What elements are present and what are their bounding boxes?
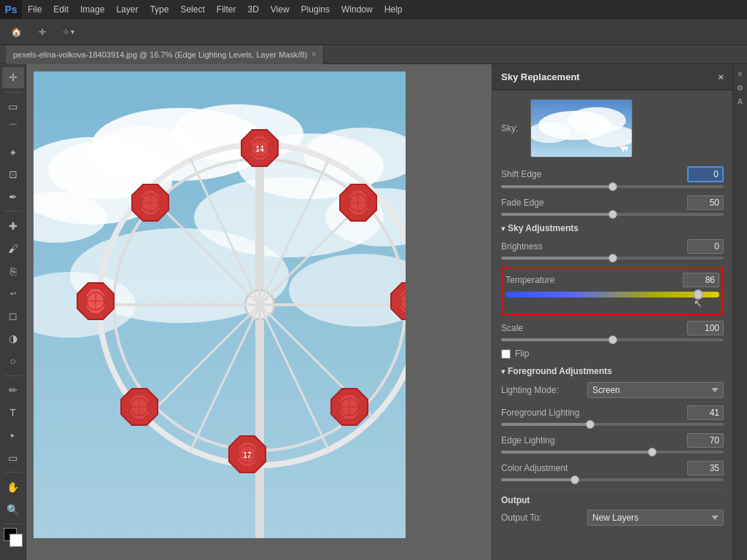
fg-lighting-thumb[interactable]	[586, 420, 595, 429]
output-label: Output	[501, 495, 724, 505]
menu-filter[interactable]: Filter	[211, 0, 242, 19]
shift-edge-slider[interactable]	[501, 185, 724, 188]
left-toolbar: ✛ ▭ ⌒ ◈ ⊡ ✒ ✚ 🖌 ⎘ ↩ ◻ ◑ ○ ✏ T ▸ ▭ ✋ 🔍	[0, 64, 26, 560]
lighting-mode-select[interactable]: Screen Multiply Luminosity	[587, 382, 724, 398]
move-tool-left[interactable]: ✛	[2, 67, 24, 88]
brightness-slider[interactable]	[501, 257, 724, 260]
output-to-row: Output To: New Layers Duplicate Layer	[501, 510, 724, 526]
eyedropper-tool[interactable]: ✒	[2, 187, 24, 208]
temperature-input[interactable]	[683, 273, 719, 287]
color-adjustment-input[interactable]	[687, 461, 724, 475]
document-tab[interactable]: pexels-elina-volkova-18403914.jpg @ 16.7…	[6, 45, 324, 64]
menu-type[interactable]: Type	[144, 0, 174, 19]
brightness-input[interactable]	[687, 239, 724, 254]
fade-edge-slider[interactable]	[501, 213, 724, 216]
edge-lighting-label-row: Edge Lighting	[501, 433, 724, 448]
scale-slider[interactable]	[501, 338, 724, 341]
menu-file[interactable]: File	[22, 0, 47, 19]
svg-text:▾: ▾	[620, 142, 626, 155]
temperature-label-row: Temperature	[506, 273, 719, 287]
edge-lighting-slider[interactable]	[501, 451, 724, 454]
foreground-adjustments-header[interactable]: ▾ Foreground Adjustments	[501, 366, 724, 376]
fg-lighting-slider[interactable]	[501, 423, 724, 426]
sky-adjustments-header[interactable]: ▾ Sky Adjustments	[501, 223, 724, 233]
pen-tool[interactable]: ✏	[2, 380, 24, 401]
color-adjustment-row: Color Adjustment	[501, 461, 724, 481]
menu-view[interactable]: View	[265, 0, 295, 19]
main-area: ✛ ▭ ⌒ ◈ ⊡ ✒ ✚ 🖌 ⎘ ↩ ◻ ◑ ○ ✏ T ▸ ▭ ✋ 🔍	[0, 64, 747, 560]
divider-1	[4, 92, 22, 93]
eraser-tool[interactable]: ◻	[2, 306, 24, 327]
expand-icon[interactable]: ⊹ ▾	[58, 22, 79, 42]
menu-select[interactable]: Select	[174, 0, 210, 19]
zoom-tool[interactable]: 🔍	[2, 499, 24, 520]
shape-tool[interactable]: ▭	[2, 447, 24, 468]
divider-5	[4, 524, 22, 524]
path-select-tool[interactable]: ▸	[2, 425, 24, 446]
color-adj-slider[interactable]	[501, 478, 724, 481]
shift-edge-input[interactable]	[687, 166, 724, 182]
flip-checkbox[interactable]	[501, 349, 511, 359]
menu-image[interactable]: Image	[74, 0, 110, 19]
cursor-area: ↖	[506, 298, 719, 309]
foreground-lighting-row: Foreground Lighting	[501, 405, 724, 426]
fg-lighting-fill	[501, 423, 590, 426]
gradient-tool[interactable]: ◑	[2, 328, 24, 349]
right-icon-2[interactable]: ⚙	[737, 84, 743, 92]
home-button[interactable]: 🏠	[6, 22, 26, 42]
brightness-fill	[501, 257, 613, 260]
brightness-thumb[interactable]	[608, 254, 617, 262]
brightness-label-row: Brightness	[501, 239, 724, 254]
panel-close-button[interactable]: ×	[718, 71, 724, 82]
menu-3d[interactable]: 3D	[241, 0, 264, 19]
move-tool[interactable]: ✛	[32, 22, 53, 42]
background-color[interactable]	[9, 534, 23, 547]
crop-tool[interactable]: ⊡	[2, 164, 24, 185]
color-adj-thumb[interactable]	[570, 475, 579, 484]
menu-help[interactable]: Help	[379, 0, 409, 19]
right-icon-3[interactable]: A	[738, 98, 743, 106]
edge-lighting-label: Edge Lighting	[501, 435, 554, 446]
menu-window[interactable]: Window	[336, 0, 379, 19]
menu-edit[interactable]: Edit	[47, 0, 74, 19]
foreground-lighting-input[interactable]	[687, 405, 724, 420]
right-icon-1[interactable]: ≡	[738, 70, 743, 78]
sky-thumbnail[interactable]: ▾	[530, 99, 632, 158]
scale-row: Scale	[501, 321, 724, 341]
sky-adjustments-label: Sky Adjustments	[508, 223, 578, 233]
output-to-select[interactable]: New Layers Duplicate Layer	[587, 510, 724, 526]
history-tool[interactable]: ↩	[2, 283, 24, 304]
edge-lighting-thumb[interactable]	[648, 448, 657, 456]
fade-edge-input[interactable]	[687, 195, 724, 210]
marquee-tool[interactable]: ▭	[2, 96, 24, 117]
object-select-tool[interactable]: ◈	[2, 141, 24, 163]
hand-tool[interactable]: ✋	[2, 476, 24, 497]
flip-label[interactable]: Flip	[515, 349, 529, 359]
scale-input[interactable]	[687, 321, 724, 335]
shift-edge-label-row: Shift Edge	[501, 166, 724, 182]
scale-thumb[interactable]	[608, 335, 617, 344]
edge-lighting-fill	[501, 451, 652, 454]
color-area	[4, 528, 23, 553]
clone-tool[interactable]: ⎘	[2, 260, 24, 281]
foreground-adjustments-label: Foreground Adjustments	[508, 366, 612, 376]
flip-row: Flip	[501, 349, 724, 359]
healing-tool[interactable]: ✚	[2, 215, 24, 236]
color-boxes[interactable]	[4, 528, 23, 547]
menu-plugins[interactable]: Plugins	[295, 0, 336, 19]
divider-4	[4, 472, 22, 472]
temperature-slider[interactable]	[506, 292, 719, 298]
cursor-indicator: ↖	[694, 298, 703, 309]
lasso-tool[interactable]: ⌒	[2, 119, 24, 140]
menu-layer[interactable]: Layer	[110, 0, 144, 19]
sky-preview-row: Sky:	[501, 99, 724, 158]
divider-2	[4, 211, 22, 211]
dodge-tool[interactable]: ○	[2, 351, 24, 372]
fade-edge-thumb[interactable]	[608, 210, 617, 219]
type-tool[interactable]: T	[2, 402, 24, 424]
edge-lighting-input[interactable]	[687, 433, 724, 448]
brush-tool[interactable]: 🖌	[2, 238, 24, 259]
shift-edge-thumb[interactable]	[608, 182, 617, 191]
tab-close-button[interactable]: ×	[311, 50, 316, 58]
lighting-mode-row: Lighting Mode: Screen Multiply Luminosit…	[501, 382, 724, 398]
